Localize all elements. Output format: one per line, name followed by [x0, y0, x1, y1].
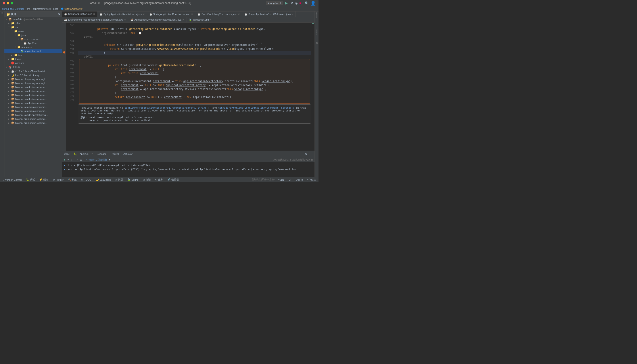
debug-tab-console[interactable]: 控制台 — [111, 152, 120, 156]
tab-env-post-processor[interactable]: ☕ EnvironmentPostProcessorApplicationLis… — [62, 17, 128, 22]
statusbar-debug[interactable]: 🐛 调试 — [25, 178, 36, 181]
tree-item-resources[interactable]: ▼ 📁 resources — [4, 45, 62, 49]
doc-link-1[interactable]: configurePropertySources(ConfigurableEnv… — [124, 106, 211, 109]
step-into-icon[interactable]: ↓ — [70, 158, 72, 161]
tree-item-jackson2[interactable]: ▶ 📦 Maven: com.fasterxml.jacks... — [4, 89, 62, 93]
tab-close-icon[interactable]: ✕ — [124, 18, 126, 21]
tab-close-icon[interactable]: ✕ — [191, 13, 193, 16]
build-icon[interactable]: ⚒ — [290, 1, 293, 5]
tab-run-listener[interactable]: ☕ SpringApplicationRunListener.java ✕ — [147, 12, 196, 17]
stop-icon[interactable]: ■ — [300, 1, 301, 5]
tree-item-application-yml[interactable]: 🍃 application.yml — [4, 49, 62, 53]
tree-item-idea[interactable]: ▶ 📁 .idea — [4, 21, 62, 25]
breadcrumb-item[interactable]: boot — [53, 8, 58, 10]
tree-item-apache1[interactable]: ▶ 📦 Maven: org.apache.logging... — [4, 117, 62, 121]
breadcrumb-item[interactable]: org — [26, 8, 30, 10]
resume-icon[interactable]: ▶ — [64, 158, 66, 161]
tree-item-main[interactable]: ▼ 📁 main — [4, 29, 62, 33]
minimize-button[interactable] — [7, 2, 9, 4]
tree-item-test[interactable]: ▶ 📁 test — [4, 53, 62, 57]
code-editor[interactable]: 454 457 458 459 460 461 462 463 464 465 … — [62, 22, 314, 150]
tree-item-jdk[interactable]: ▶ ☕ < 17 > /Library/Java/JavaVir... — [4, 69, 62, 73]
tree-item-java[interactable]: ▼ 📁 java — [4, 33, 62, 37]
structure-icon[interactable]: ≡ — [1, 12, 3, 14]
statusbar-deps[interactable]: 🔗 依赖项 — [166, 178, 180, 181]
search-icon[interactable]: 🔍 — [305, 1, 308, 5]
tab-close-icon[interactable]: ✕ — [238, 13, 240, 16]
debug-tab-debugger[interactable]: Debugger — [96, 152, 108, 156]
user-avatar[interactable]: 👤 — [310, 0, 316, 6]
debug-this-row[interactable]: ▶ this = {EnvironmentPostProcessorApplic… — [64, 163, 313, 167]
tab-overflow-icon[interactable]: ⋮ — [308, 12, 314, 17]
profile-icon[interactable]: ◉ — [295, 1, 298, 5]
tab-spring-application[interactable]: ☕ SpringApplication.java ✕ — [62, 12, 97, 17]
statusbar-services[interactable]: ⚙ 服务 — [154, 178, 164, 181]
debug-event-row[interactable]: ▶ event = {ApplicationEnvironmentPrepare… — [64, 167, 313, 171]
run-icon[interactable]: ▶ — [285, 1, 288, 5]
tree-item-target[interactable]: ▶ 📁 target — [4, 57, 62, 61]
tab-run-listeners[interactable]: ☕ SpringApplicationRunListeners.java ✕ — [97, 12, 147, 17]
sidebar-settings-icon[interactable]: ⚙ — [58, 13, 60, 16]
tree-item-src[interactable]: ▼ 📁 src — [4, 25, 62, 29]
tab-simple-multicaster[interactable]: ☕ SimpleApplicationEventMulticaster.java… — [242, 12, 296, 17]
tab-close-icon[interactable]: ✕ — [292, 13, 293, 16]
tab-close-icon[interactable]: ✕ — [93, 13, 95, 15]
tree-item-micrometer2[interactable]: ▶ 📦 Maven: io.micrometer:micro... — [4, 109, 62, 113]
statusbar-profiler[interactable]: ◎ Profiler — [52, 178, 64, 181]
settings-icon[interactable]: ⚙ — [305, 152, 308, 156]
tree-item-pom[interactable]: 🔴 pom.xml — [4, 61, 62, 65]
tree-item-jackson4[interactable]: ▶ 📦 Maven: com.fasterxml.jacks... — [4, 97, 62, 101]
tree-item-jackson1[interactable]: ▶ 📦 Maven: com.fasterxml.jacks... — [4, 85, 62, 89]
tree-item-apprun[interactable]: ☕ AppRun — [4, 41, 62, 45]
step-out-icon[interactable]: ↑ — [73, 158, 74, 161]
tree-item-external-libs[interactable]: ▼ 📚 外部库 — [4, 65, 62, 69]
tab-close-icon[interactable]: ✕ — [143, 13, 145, 16]
statusbar-encoding[interactable]: UTF-8 — [295, 178, 304, 181]
tree-item-micrometer1[interactable]: ▶ 📦 Maven: io.micrometer:micro... — [4, 105, 62, 109]
debug-tab-actuator[interactable]: Actuator — [122, 152, 133, 156]
tab-close-icon[interactable]: ✕ — [210, 18, 212, 21]
tree-item-package[interactable]: ▼ 📦 com.ossa.web — [4, 37, 62, 41]
step-over-icon[interactable]: ↷ — [67, 158, 69, 161]
tree-item-lua[interactable]: ▶ 🌙 Lua 5.3 Lua std library — [4, 73, 62, 77]
statusbar-build[interactable]: 🔨 构建 — [67, 178, 78, 181]
statusbar-lf[interactable]: LF — [288, 178, 292, 181]
breadcrumb-item[interactable]: 🔷 SpringApplication — [60, 7, 84, 10]
breakpoint-indicator — [63, 51, 65, 54]
tree-item-logback1[interactable]: ▶ 📦 Maven: ch.qos.logback:logb... — [4, 77, 62, 81]
tab-application-yml[interactable]: 🍃 application.yml ✕ — [186, 17, 214, 22]
statusbar-indent[interactable]: 4个空格 — [306, 178, 317, 181]
tree-item-jakarta[interactable]: ▶ 📦 Maven: jakarta.annotation:ja... — [4, 113, 62, 117]
traffic-lights[interactable] — [3, 2, 13, 4]
statusbar-luacheck[interactable]: 🌙 LuaCheck — [95, 178, 112, 181]
statusbar-terminal[interactable]: ⊞ 终端 — [142, 178, 152, 181]
maximize-button[interactable] — [10, 2, 13, 4]
tab-event-publishing[interactable]: ☕ EventPublishingRunListener.java ✕ — [195, 12, 242, 17]
tree-item-logback2[interactable]: ▶ 📦 Maven: ch.qos.logback:logb... — [4, 81, 62, 85]
doc-link-2[interactable]: configureProfiles(ConfigurableEnvironmen… — [218, 106, 294, 109]
apprun-button[interactable]: ▶ AppRun ▾ — [266, 1, 283, 5]
breadcrumb-item[interactable]: springframework — [33, 8, 51, 10]
minimize-panel-icon[interactable]: — — [310, 152, 313, 156]
tree-item-jackson5[interactable]: ▶ 📦 Maven: com.fasterxml.jacks... — [4, 101, 62, 105]
statusbar-version-control[interactable]: ⑂ Version Control — [2, 178, 22, 181]
classicle-label[interactable]: Classicle — [316, 28, 318, 35]
tab-close-icon[interactable]: ✕ — [182, 18, 184, 21]
statusbar-position[interactable]: 461:1 — [277, 178, 285, 181]
tree-item-ossa3[interactable]: ▼ 📦 ossa3.0 ~/java/java/seckill-rec — [4, 17, 62, 21]
statusbar-todo[interactable]: ☑ TODO — [80, 178, 92, 181]
close-button[interactable] — [3, 2, 5, 4]
statusbar-problems[interactable]: ⚠ 问题 — [114, 178, 124, 181]
tab-app-env-event[interactable]: ☕ ApplicationEnvironmentPreparedEvent.ja… — [128, 17, 186, 22]
tree-item-jackson3[interactable]: ▶ 📦 Maven: com.fasterxml.jacks... — [4, 93, 62, 97]
tree-item-apache2[interactable]: ▶ 📦 Maven: org.apache.logging... — [4, 121, 62, 125]
run-to-cursor-icon[interactable]: → — [76, 158, 78, 161]
statusbar-spring[interactable]: 🍃 Spring — [126, 178, 139, 181]
frames-icon[interactable]: ⊞ — [80, 158, 82, 161]
thread-filter-icon[interactable]: ▼ — [108, 158, 111, 161]
statusbar-endpoints[interactable]: ⚡ 端点 — [38, 178, 49, 181]
maven-label[interactable]: Maven — [316, 12, 318, 18]
breadcrumb-item[interactable]: spring-boot-3.0.0.jar — [2, 8, 24, 10]
debug-apprun-name[interactable]: AppRun — [80, 152, 88, 155]
debug-close-icon[interactable]: ✕ — [91, 152, 93, 155]
